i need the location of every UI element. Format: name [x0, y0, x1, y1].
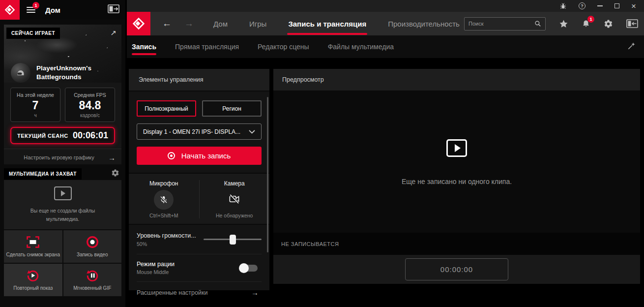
instant-gif-button[interactable]: Мгновенный GIF	[63, 264, 122, 296]
omen-logo	[0, 0, 20, 20]
notification-badge: 1	[587, 16, 594, 23]
window-titlebar: ? ×	[127, 0, 644, 12]
camera-control[interactable]: Камера Не обнаружено	[199, 180, 270, 218]
close-button[interactable]: ×	[631, 2, 636, 10]
capture-mode-row: Полноэкранный Регион	[137, 100, 262, 117]
volume-row: Уровень громкости... 50%	[137, 225, 262, 254]
magic-wand-icon[interactable]	[627, 41, 636, 52]
notifications-bell-icon[interactable]: 1	[582, 19, 590, 29]
devices-row: Микрофон Ctrl+Shift+M Камера	[129, 173, 269, 225]
overlay-titlebar: 1 Дом	[0, 0, 125, 20]
controls-panel-title: Элементы управления	[129, 69, 269, 92]
record-video-button[interactable]: Запись видео	[63, 230, 122, 263]
back-arrow-icon[interactable]: ←	[162, 18, 172, 29]
controls-scrollbar[interactable]	[267, 97, 268, 252]
tab-record[interactable]: Запись	[132, 35, 156, 58]
game-stats: На этой неделе 7 ч Средняя FPS 84.8 кадр…	[4, 83, 121, 122]
overlay-toggle-icon[interactable]	[626, 19, 638, 28]
right-arrow-icon: →	[108, 154, 116, 162]
start-recording-button[interactable]: Начать запись	[137, 147, 262, 165]
screenshot-icon	[27, 236, 39, 248]
video-play-icon	[446, 139, 467, 157]
search-input[interactable]	[468, 21, 534, 27]
microphone-muted-icon[interactable]	[154, 190, 174, 210]
nav-item-home[interactable]: Дом	[213, 12, 228, 35]
search-icon	[534, 20, 541, 27]
favorites-star-icon[interactable]	[559, 19, 568, 29]
game-avatar	[11, 63, 30, 83]
menu-badge: 1	[32, 2, 39, 9]
stat-avg-fps: Средняя FPS 84.8 кадров/с	[65, 88, 115, 122]
ptt-binding: Mouse Middle	[137, 269, 175, 275]
replay-icon	[27, 269, 39, 282]
omen-logo[interactable]	[127, 12, 150, 35]
minimize-button[interactable]	[597, 5, 603, 6]
open-main-window-icon[interactable]	[108, 4, 119, 15]
record-icon	[168, 152, 175, 159]
push-to-talk-row: Режим рации Mouse Middle	[137, 254, 262, 281]
microphone-shortcut: Ctrl+Shift+M	[149, 213, 178, 218]
tab-scene-editor[interactable]: Редактор сцены	[258, 35, 309, 58]
record-icon	[86, 236, 99, 248]
chevron-down-icon	[249, 128, 255, 135]
graphics-settings-link[interactable]: Настроить игровую графику →	[4, 149, 121, 166]
nav-item-performance[interactable]: Производительность	[388, 12, 460, 35]
media-empty-state: Вы еще не создали файлы мультимедиа.	[4, 180, 121, 229]
volume-slider[interactable]	[204, 235, 262, 245]
display-select[interactable]: Display 1 - OMEN 27i IPS- DISPLA...	[137, 123, 262, 140]
game-row: PlayerUnknown's Battlegrounds	[11, 63, 101, 83]
media-capture-section: МУЛЬТИМЕДИА И ЗАХВАТ Вы еще не создали ф…	[4, 167, 121, 295]
game-title: PlayerUnknown's Battlegrounds	[36, 64, 101, 82]
maximize-button[interactable]	[615, 3, 619, 8]
capture-subtabs: Запись Прямая трансляция Редактор сцены …	[127, 35, 644, 58]
tab-media-files[interactable]: Файлы мультимедиа	[328, 35, 394, 58]
overlay-title: Дом	[45, 6, 60, 14]
preview-panel: Предпросмотр Еще не записано ни одного к…	[273, 69, 640, 284]
right-arrow-icon: →	[251, 288, 259, 297]
session-timer: 00:06:01	[73, 130, 108, 141]
recording-status: НЕ ЗАПИСЫВАЕТСЯ	[273, 233, 640, 255]
camera-off-icon	[229, 193, 240, 207]
nav-item-games[interactable]: Игры	[249, 12, 266, 35]
toggle-knob	[239, 263, 249, 273]
replay-button[interactable]: Повторный показ	[4, 264, 62, 296]
forward-arrow-icon[interactable]: →	[184, 18, 194, 29]
recording-timer: 00:00:00	[405, 258, 508, 280]
gear-icon[interactable]	[111, 169, 119, 179]
tab-live-stream[interactable]: Прямая трансляция	[175, 35, 239, 58]
nav-items: Дом Игры Запись и трансляция Производите…	[213, 12, 460, 35]
recording-timer-bar: 00:00:00	[273, 255, 640, 284]
now-playing-card: СЕЙЧАС ИГРАЕТ ↗ PlayerUnknown's Battlegr…	[4, 25, 121, 164]
fullscreen-mode-button[interactable]: Полноэкранный	[137, 100, 196, 117]
screenshot-button[interactable]: Сделать снимок экрана	[4, 230, 62, 263]
helmet-icon	[15, 67, 27, 79]
microphone-control[interactable]: Микрофон Ctrl+Shift+M	[129, 180, 199, 218]
external-link-icon[interactable]: ↗	[110, 29, 117, 37]
ptt-toggle[interactable]	[240, 265, 258, 272]
region-mode-button[interactable]: Регион	[202, 100, 262, 117]
stat-hours-week: На этой неделе 7 ч	[10, 88, 60, 122]
volume-label: Уровень громкости...	[137, 232, 196, 239]
current-session-box: ТЕКУЩИЙ СЕАНС 00:06:01	[10, 127, 115, 144]
camera-status: Не обнаружено	[216, 213, 253, 218]
capture-actions-grid: Сделать снимок экрана Запись видео Повто…	[4, 230, 121, 296]
menu-icon[interactable]: 1	[27, 5, 35, 14]
omen-logo-icon	[4, 4, 15, 15]
search-box[interactable]	[464, 17, 546, 31]
preview-empty-text: Еще не записано ни одного клипа.	[402, 178, 512, 185]
controls-panel: Элементы управления Полноэкранный Регион…	[129, 69, 269, 290]
nav-item-capture-stream[interactable]: Запись и трансляция	[288, 12, 366, 35]
instant-gif-icon	[86, 269, 99, 282]
ptt-label: Режим рации	[137, 261, 175, 268]
volume-value: 50%	[137, 241, 196, 247]
main-window: ? × ← → Дом Игры Запись и трансляция Про…	[127, 0, 644, 307]
advanced-settings-link[interactable]: Расширенные настройки →	[137, 281, 262, 303]
settings-gear-icon[interactable]	[604, 19, 613, 29]
game-banner: СЕЙЧАС ИГРАЕТ ↗ PlayerUnknown's Battlegr…	[4, 25, 121, 83]
video-play-icon	[54, 186, 72, 200]
bug-report-icon[interactable]	[559, 2, 567, 10]
now-playing-label: СЕЙЧАС ИГРАЕТ	[6, 28, 60, 39]
help-icon[interactable]: ?	[579, 2, 585, 9]
slider-thumb[interactable]	[230, 235, 236, 245]
preview-panel-title: Предпросмотр	[273, 69, 640, 92]
